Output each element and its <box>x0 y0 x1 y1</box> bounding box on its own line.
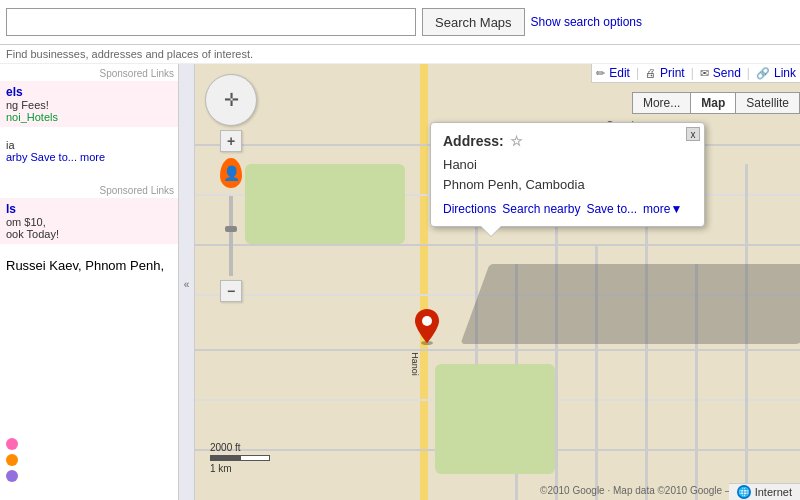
map-toolbar: ✏ Edit | 🖨 Print | ✉ Send | 🔗 Link <box>591 64 800 83</box>
popup-title: Address: ☆ <box>443 133 692 149</box>
more-popup-link[interactable]: more▼ <box>643 202 682 216</box>
popup-links: Directions Search nearby Save to... more… <box>443 202 692 216</box>
sidebar-collapse-button[interactable]: « <box>178 64 194 500</box>
street-view-icon[interactable]: 👤 <box>220 158 242 188</box>
close-button[interactable]: x <box>686 127 700 141</box>
more-button[interactable]: More... <box>633 93 691 113</box>
show-search-options-link[interactable]: Show search options <box>531 15 642 29</box>
sidebar: Sponsored Links els ng Fees! noi_Hotels … <box>0 64 195 500</box>
green-area-2 <box>245 164 405 244</box>
road-h-5 <box>195 349 800 351</box>
link-link[interactable]: Link <box>774 66 796 80</box>
internet-icon: 🌐 <box>737 485 751 499</box>
nav-arrows-icon: ✛ <box>224 91 239 109</box>
res-links-1: arby Save to... more <box>6 151 174 163</box>
more-link[interactable]: more <box>80 151 105 163</box>
directions-link[interactable]: Directions <box>443 202 496 216</box>
scale-bar-graphic <box>210 455 270 461</box>
main-road-vertical <box>420 64 428 500</box>
popup-address: Hanoi Phnom Penh, Cambodia <box>443 155 692 194</box>
scale-km-label: 1 km <box>210 463 270 474</box>
scale-ft-label: 2000 ft <box>210 442 270 453</box>
info-popup: x Address: ☆ Hanoi Phnom Penh, Cambodia … <box>430 122 705 227</box>
print-icon: 🖨 <box>645 67 656 79</box>
ad1-link[interactable]: noi_Hotels <box>6 111 174 123</box>
saveto-link[interactable]: Save to... <box>30 151 76 163</box>
map-button[interactable]: Map <box>691 93 736 113</box>
hanoi-road-label: Hanoi <box>410 352 420 376</box>
satellite-button[interactable]: Satellite <box>736 93 799 113</box>
map-pin[interactable] <box>413 309 441 348</box>
sidebar-result-2: Russei Kaev, Phnom Penh, <box>0 254 194 277</box>
map-container[interactable]: ✏ Edit | 🖨 Print | ✉ Send | 🔗 Link More.… <box>195 64 800 500</box>
dots-row <box>0 436 24 484</box>
shadow-overlay <box>460 264 800 344</box>
map-canvas: Grand Phnom Penh International City Hano… <box>195 64 800 500</box>
ad2-text2: ook Today! <box>6 228 174 240</box>
star-icon[interactable]: ☆ <box>510 133 523 149</box>
dot-pink <box>6 438 18 450</box>
ad-block-2: ls om $10, ook Today! <box>0 198 194 244</box>
edit-link[interactable]: Edit <box>609 66 630 80</box>
internet-label: Internet <box>755 486 792 498</box>
status-bar: 🌐 Internet <box>729 483 800 500</box>
header: Hanoi, Phnom Penh, Russei Kaev, Phnom Pe… <box>0 0 800 45</box>
sep1: | <box>636 66 639 80</box>
search-button[interactable]: Search Maps <box>422 8 525 36</box>
sponsored-label-1: Sponsored Links <box>0 64 194 81</box>
dot-purple <box>6 470 18 482</box>
zoom-out-button[interactable]: − <box>220 280 242 302</box>
ad2-text1: om $10, <box>6 216 174 228</box>
dot-orange <box>6 454 18 466</box>
ad-block-1: els ng Fees! noi_Hotels <box>0 81 194 127</box>
ad2-title[interactable]: ls <box>6 202 174 216</box>
map-controls: ✛ + 👤 − <box>205 74 257 302</box>
link-icon: 🔗 <box>756 67 770 80</box>
sponsored-label-2: Sponsored Links <box>0 181 194 198</box>
sidebar-result-1: ia arby Save to... more <box>0 135 194 167</box>
print-link[interactable]: Print <box>660 66 685 80</box>
popup-line1: Hanoi <box>443 155 692 175</box>
zoom-controls: + 👤 − <box>205 130 257 302</box>
subheader-text: Find businesses, addresses and places of… <box>6 48 253 60</box>
send-icon: ✉ <box>700 67 709 80</box>
main-layout: Sponsored Links els ng Fees! noi_Hotels … <box>0 64 800 500</box>
sep2: | <box>691 66 694 80</box>
result2-title[interactable]: Russei Kaev, Phnom Penh, <box>6 258 164 273</box>
search-nearby-link[interactable]: Search nearby <box>502 202 580 216</box>
search-input[interactable]: Hanoi, Phnom Penh, Russei Kaev, Phnom Pe… <box>6 8 416 36</box>
svg-point-1 <box>422 316 432 326</box>
edit-icon: ✏ <box>596 67 605 80</box>
sidebar-section-2: ia arby Save to... more <box>0 135 194 167</box>
nearby-link[interactable]: arby <box>6 151 27 163</box>
scale-bar: 2000 ft 1 km <box>210 442 270 474</box>
ad1-text: ng Fees! <box>6 99 174 111</box>
subheader: Find businesses, addresses and places of… <box>0 45 800 64</box>
scale-line: 2000 ft 1 km <box>210 442 270 474</box>
zoom-in-button[interactable]: + <box>220 130 242 152</box>
popup-line2: Phnom Penh, Cambodia <box>443 175 692 195</box>
ad1-title[interactable]: els <box>6 85 174 99</box>
save-to-link[interactable]: Save to... <box>586 202 637 216</box>
map-view-buttons: More... Map Satellite <box>632 92 800 114</box>
zoom-thumb[interactable] <box>225 226 237 232</box>
send-link[interactable]: Send <box>713 66 741 80</box>
zoom-slider[interactable] <box>229 196 233 276</box>
sep3: | <box>747 66 750 80</box>
res-sub-1: ia <box>6 139 174 151</box>
green-area-1 <box>435 364 555 474</box>
nav-control[interactable]: ✛ <box>205 74 257 126</box>
